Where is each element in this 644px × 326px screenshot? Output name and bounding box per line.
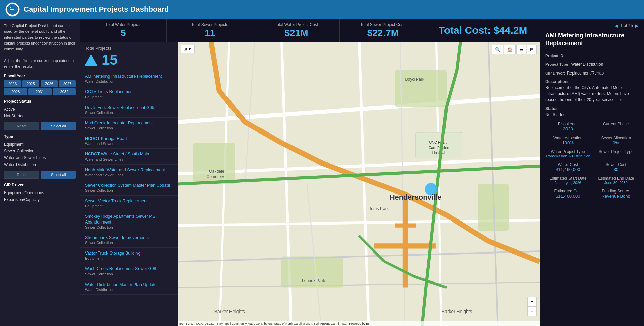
type-sewer[interactable]: Sewer Collection: [4, 148, 76, 154]
sewer-cost-grid-label: Sewer Cost: [593, 162, 639, 167]
fiscal-year-row2: 2028 2031 2032: [4, 88, 76, 95]
pagination-prev[interactable]: ◀: [615, 23, 618, 28]
type-select-all-btn[interactable]: Select all: [41, 171, 76, 179]
project-item[interactable]: Water Distribution Master Plan UpdateWat…: [80, 279, 178, 295]
map-zoom-in[interactable]: +: [527, 297, 537, 306]
pagination-row: ◀ 1 of 15 ▶: [545, 23, 639, 28]
sewer-alloc-label: Sewer Allocation: [593, 136, 639, 140]
funding-source-item: Funding Source Revenue Bond: [593, 189, 639, 199]
project-item-type: Sewer Collection: [85, 126, 173, 130]
type-water-dist[interactable]: Water Distribution: [4, 161, 76, 168]
sewer-projects-value: 11: [172, 28, 248, 38]
svg-text:Oakdale: Oakdale: [209, 169, 224, 174]
map-layers-btn[interactable]: ⊞ ▼: [181, 45, 195, 53]
map-list-btn[interactable]: ☰: [516, 45, 526, 54]
map-zoom-out[interactable]: −: [527, 306, 537, 316]
project-item-name: Water Distribution Master Plan Update: [85, 282, 173, 287]
project-item[interactable]: North Main Water and Sewer ReplacementWa…: [80, 165, 178, 180]
map-layers-arrow: ▼: [188, 47, 192, 51]
project-item[interactable]: AMI Metering Infrastructure ReplacementW…: [80, 71, 178, 86]
fy-2026[interactable]: 2026: [41, 80, 58, 87]
fy-2027[interactable]: 2027: [59, 80, 76, 87]
svg-text:Barker Heights: Barker Heights: [214, 309, 245, 314]
status-reset-btn[interactable]: Reset: [4, 122, 39, 130]
fiscal-year-row1: 2023 2025 2026 2027: [4, 80, 76, 87]
cip-expansion[interactable]: Expansion/Capacity: [4, 196, 76, 203]
status-filter-btns: Reset Select all: [4, 122, 76, 130]
project-item-type: Water and Sewer Lines: [85, 157, 173, 161]
right-panel: ◀ 1 of 15 ▶ AMI Metering Infrastructure …: [540, 19, 644, 326]
project-item[interactable]: NCDOT Kanuga RoadWater and Sewer Lines: [80, 133, 178, 149]
pagination-next[interactable]: ▶: [635, 23, 639, 28]
map-home-btn[interactable]: 🏠: [504, 45, 516, 54]
project-item-name: Sewer Vector Truck Replacement: [85, 198, 173, 204]
type-equipment[interactable]: Equipment: [4, 141, 76, 148]
svg-rect-12: [395, 70, 447, 107]
app-title: Capital Improvement Projects Dashboard: [24, 5, 169, 14]
project-item[interactable]: Sewer Collection System Master Plan Upda…: [80, 180, 178, 196]
sidebar-description: The Capital Project Dashboard can be use…: [4, 23, 76, 69]
total-projects-label: Total Projects: [85, 46, 111, 51]
fy-2028[interactable]: 2028: [4, 88, 27, 95]
est-start-value: January 1, 2026: [545, 181, 591, 185]
cip-driver-row: CIP Driver: Replacement/Rehab: [545, 70, 639, 76]
project-item[interactable]: Mud Creek Interceptor ReplacementSewer C…: [80, 118, 178, 133]
water-cost-grid-value: $11,460,000: [545, 167, 591, 172]
fy-2032[interactable]: 2032: [53, 88, 76, 95]
project-item-type: Sewer Collection: [85, 241, 173, 245]
svg-text:Barker Heights: Barker Heights: [441, 309, 472, 314]
project-type-label: Project Type:: [545, 62, 570, 66]
map-toolbar: ⊞ ▼: [181, 45, 195, 53]
water-proj-type-value: Transmission & Distribution: [545, 154, 591, 158]
project-item-type: Water and Sewer Lines: [85, 142, 173, 146]
project-item[interactable]: Wash Creek Replacement Sewer G08Sewer Co…: [80, 263, 178, 279]
project-id-row: Project ID:: [545, 52, 639, 58]
funding-source-value: Revenue Bond: [593, 194, 639, 199]
svg-text:Lennox Park: Lennox Park: [302, 278, 326, 283]
sewer-alloc-item: Sewer Allocation 0%: [593, 136, 639, 145]
project-item[interactable]: Streambank Sewer ImprovementsSewer Colle…: [80, 232, 178, 248]
est-cost-value: $11,460,000: [545, 194, 591, 199]
project-item[interactable]: Smokey Ridge Apartments Sewer P.S. Aband…: [80, 211, 178, 232]
main-layout: The Capital Project Dashboard can be use…: [0, 19, 644, 326]
cip-driver-label: CIP Driver: [4, 183, 76, 187]
type-water-sewer[interactable]: Water and Sewer Lines: [4, 154, 76, 161]
water-cost-label: Total Water Project Cost: [259, 22, 334, 27]
map-search-btn[interactable]: 🔍: [492, 45, 503, 54]
map-grid-btn[interactable]: ⊞: [527, 45, 537, 54]
project-item-name: NCDOT White Street / South Main: [85, 151, 173, 157]
est-cost-item: Estimated Cost $11,460,000: [545, 189, 591, 199]
status-not-started[interactable]: Not Started: [4, 113, 76, 119]
fy-2031[interactable]: 2031: [28, 88, 51, 95]
svg-text:Hendersonville: Hendersonville: [390, 193, 441, 201]
detail-grid: Fiscal Year 2028 Current Phase Water All…: [545, 122, 639, 199]
type-reset-btn[interactable]: Reset: [4, 171, 39, 179]
total-cost-stat: Total Cost: $44.2M: [426, 19, 540, 42]
type-label: Type: [4, 134, 76, 139]
project-item[interactable]: NCDOT White Street / South MainWater and…: [80, 149, 178, 164]
project-item[interactable]: Sewer Vector Truck ReplacementEquipment: [80, 196, 178, 211]
status-select-all-btn[interactable]: Select all: [41, 122, 76, 130]
description-value: Replacement of the City's Automated Mete…: [545, 85, 639, 103]
project-item[interactable]: CCTV Truck ReplacementEquipment: [80, 86, 178, 102]
svg-text:Care Pardee: Care Pardee: [429, 146, 449, 150]
status-active[interactable]: Active: [4, 106, 76, 113]
sewer-projects-stat: Total Sewer Projects 11: [167, 19, 253, 42]
description-label: Description: [545, 79, 639, 84]
app-logo: 🏛: [5, 2, 20, 17]
svg-text:Hospital: Hospital: [432, 151, 446, 155]
project-item[interactable]: Devils Fork Sewer Replacement G05Sewer C…: [80, 102, 178, 118]
total-projects-count: 15: [102, 52, 118, 68]
map-container[interactable]: ⊞ ▼ 🔍 🏠 ☰ ⊞: [178, 42, 540, 326]
water-cost-value: $21M: [259, 28, 334, 38]
map-zoom-controls: + −: [527, 297, 537, 316]
sidebar: The Capital Project Dashboard can be use…: [0, 19, 80, 326]
project-item-type: Sewer Collection: [85, 225, 173, 229]
svg-text:🏛: 🏛: [10, 6, 15, 12]
status-label: Status: [545, 106, 639, 111]
cip-equipment-ops[interactable]: Equipment/Operations: [4, 189, 76, 196]
svg-text:Cemetery: Cemetery: [206, 174, 224, 179]
fy-2023[interactable]: 2023: [4, 80, 21, 87]
project-item[interactable]: Vactor Truck Storage BuildingEquipment: [80, 248, 178, 263]
fy-2025[interactable]: 2025: [22, 80, 39, 87]
